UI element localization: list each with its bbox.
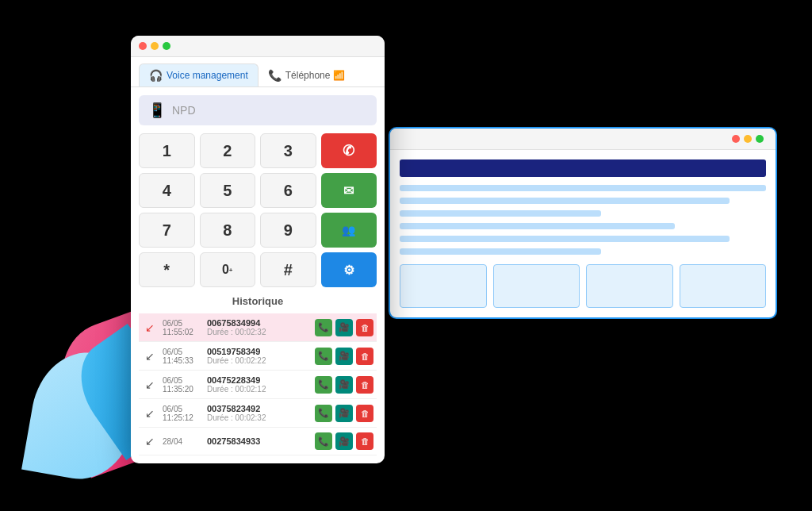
call-actions-1: 📞 🎥 🗑 [315, 348, 373, 365]
browser-dot-red [732, 135, 740, 143]
browser-body [390, 150, 776, 317]
history-item-0: ↙ 06/05 11:55:02 00675834994 Durée : 00:… [139, 313, 377, 342]
call-time-1: 06/05 11:45:33 [163, 348, 202, 365]
voice-tab-label: Voice management [167, 70, 248, 81]
dialpad-6[interactable]: 6 [260, 173, 316, 208]
dialpad-3[interactable]: 3 [260, 133, 316, 168]
missed-call-icon-0: ↙ [142, 321, 158, 334]
browser-header-bar [400, 159, 766, 177]
callback-btn-0[interactable]: 📞 [315, 319, 332, 336]
received-call-icon-4: ↙ [142, 435, 158, 448]
titlebar-dot-green [163, 42, 170, 50]
phone-display[interactable]: 📱 NPD [139, 95, 377, 125]
dialpad-settings[interactable]: ⚙ [321, 252, 377, 287]
call-number-1: 00519758349 [207, 347, 315, 356]
received-call-icon-3: ↙ [142, 407, 158, 420]
browser-card-4 [680, 264, 767, 308]
history-item-4: ↙ 28/04 00275834933 📞 🎥 🗑 [139, 428, 377, 455]
phone-display-text: NPD [172, 104, 196, 117]
browser-card-1 [400, 264, 487, 308]
call-number-4: 00275834933 [207, 436, 315, 446]
received-call-icon-2: ↙ [142, 378, 158, 391]
call-time-3: 06/05 11:25:12 [163, 405, 202, 422]
browser-titlebar [390, 129, 776, 150]
history-item-1: ↙ 06/05 11:45:33 00519758349 Durée : 00:… [139, 342, 377, 371]
callback-btn-4[interactable]: 📞 [315, 432, 332, 450]
browser-line-2 [400, 198, 730, 204]
browser-line-6 [400, 248, 601, 255]
call-date-4: 28/04 [163, 437, 202, 446]
dialpad-star[interactable]: * [139, 252, 195, 287]
dialpad-7[interactable]: 7 [139, 213, 195, 248]
call-time-val-0: 11:55:02 [163, 328, 202, 336]
phone-display-icon: 📱 [148, 102, 166, 119]
browser-dot-yellow [744, 135, 752, 143]
delete-btn-3[interactable]: 🗑 [356, 405, 373, 422]
browser-card-3 [586, 264, 673, 308]
received-call-icon-1: ↙ [142, 350, 158, 363]
voice-tab-icon: 🎧 [149, 69, 163, 82]
callback-btn-3[interactable]: 📞 [315, 405, 332, 422]
dialpad-2[interactable]: 2 [200, 133, 256, 168]
video-btn-0[interactable]: 🎥 [335, 319, 353, 336]
video-btn-2[interactable]: 🎥 [335, 376, 353, 394]
titlebar-dot-yellow [151, 42, 159, 50]
history-title: Historique [139, 295, 377, 307]
call-number-col-2: 00475228349 Durée : 00:02:12 [207, 375, 315, 394]
dialpad-9[interactable]: 9 [260, 213, 316, 248]
phone-titlebar [131, 36, 385, 57]
browser-line-1 [400, 185, 766, 191]
dialpad: 1 2 3 ✆ 4 5 6 ✉ 7 8 9 👥 * 0+ # ⚙ [139, 133, 377, 287]
dialpad-hash[interactable]: # [260, 252, 316, 287]
browser-card-2 [493, 264, 580, 308]
call-date-0: 06/05 [163, 319, 202, 328]
delete-btn-1[interactable]: 🗑 [356, 348, 373, 365]
call-actions-2: 📞 🎥 🗑 [315, 376, 373, 394]
phone-window: 🎧 Voice management 📞 Téléphone 📶 📱 NPD 1… [131, 36, 385, 463]
delete-btn-2[interactable]: 🗑 [356, 376, 373, 394]
browser-line-3 [400, 210, 601, 217]
call-time-val-3: 11:25:12 [163, 413, 202, 422]
call-time-4: 28/04 [163, 437, 202, 446]
call-actions-0: 📞 🎥 🗑 [315, 319, 373, 336]
call-number-col-3: 00375823492 Durée : 00:02:32 [207, 404, 315, 422]
phone-tabs: 🎧 Voice management 📞 Téléphone 📶 [131, 57, 385, 87]
video-btn-1[interactable]: 🎥 [335, 348, 353, 365]
call-date-1: 06/05 [163, 348, 202, 356]
callback-btn-2[interactable]: 📞 [315, 376, 332, 394]
call-actions-3: 📞 🎥 🗑 [315, 405, 373, 422]
call-time-0: 06/05 11:55:02 [163, 319, 202, 336]
dialpad-4[interactable]: 4 [139, 173, 195, 208]
dialpad-1[interactable]: 1 [139, 133, 195, 168]
call-number-2: 00475228349 [207, 375, 315, 385]
callback-btn-1[interactable]: 📞 [315, 348, 332, 365]
call-duration-2: Durée : 00:02:12 [207, 385, 315, 394]
delete-btn-0[interactable]: 🗑 [356, 319, 373, 336]
video-btn-4[interactable]: 🎥 [335, 432, 353, 450]
phone-body: 📱 NPD 1 2 3 ✆ 4 5 6 ✉ 7 8 9 👥 * 0+ # ⚙ H… [131, 87, 385, 463]
call-number-col-0: 00675834994 Durée : 00:02:32 [207, 318, 315, 336]
dialpad-0[interactable]: 0+ [200, 252, 256, 287]
call-time-val-1: 11:45:33 [163, 356, 202, 365]
call-number-3: 00375823492 [207, 404, 315, 413]
dialpad-8[interactable]: 8 [200, 213, 256, 248]
history-list: ↙ 06/05 11:55:02 00675834994 Durée : 00:… [139, 313, 377, 455]
browser-line-5 [400, 236, 730, 242]
call-time-2: 06/05 11:35:20 [163, 376, 202, 394]
dialpad-email[interactable]: ✉ [321, 173, 377, 208]
browser-line-4 [400, 223, 675, 229]
telephone-tab-icon: 📞 [268, 69, 282, 82]
delete-btn-4[interactable]: 🗑 [356, 432, 373, 450]
video-btn-3[interactable]: 🎥 [335, 405, 353, 422]
dialpad-5[interactable]: 5 [200, 173, 256, 208]
tab-telephone[interactable]: 📞 Téléphone 📶 [259, 63, 355, 86]
call-number-0: 00675834994 [207, 318, 315, 328]
tab-voice-management[interactable]: 🎧 Voice management [139, 63, 259, 86]
dialpad-hangup[interactable]: ✆ [321, 133, 377, 168]
titlebar-dot-red [139, 42, 147, 50]
history-item-2: ↙ 06/05 11:35:20 00475228349 Durée : 00:… [139, 371, 377, 399]
browser-window [389, 127, 777, 319]
call-date-2: 06/05 [163, 376, 202, 385]
call-duration-1: Durée : 00:02:22 [207, 356, 315, 365]
dialpad-contacts[interactable]: 👥 [321, 213, 377, 248]
